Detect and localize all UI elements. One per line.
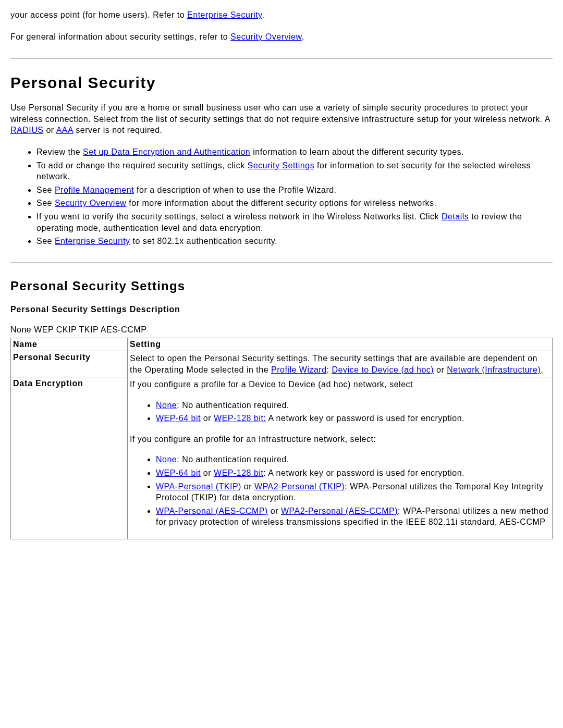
personal-security-list: Review the Set up Data Encryption and Au… bbox=[10, 146, 553, 247]
table-caption: Personal Security Settings Description bbox=[10, 304, 553, 315]
table-subcaption: None WEP CKIP TKIP AES-CCMP bbox=[10, 324, 553, 336]
link-wep-128-2[interactable]: WEP-128 bit bbox=[214, 468, 263, 477]
list-item: Review the Set up Data Encryption and Au… bbox=[36, 146, 553, 158]
list-item: WEP-64 bit or WEP-128 bit: A network key… bbox=[156, 467, 550, 479]
text: A network key or password is used for en… bbox=[266, 414, 464, 423]
link-wep-64[interactable]: WEP-64 bit bbox=[156, 414, 201, 423]
settings-table: Name Setting Personal Security Select to… bbox=[10, 338, 553, 539]
divider bbox=[10, 263, 553, 263]
link-security-overview-2[interactable]: Security Overview bbox=[55, 199, 126, 207]
text: . bbox=[302, 32, 304, 41]
link-enterprise-security[interactable]: Enterprise Security bbox=[187, 10, 262, 19]
cell-name: Personal Security bbox=[11, 351, 128, 377]
cell-setting: If you configure a profile for a Device … bbox=[128, 377, 553, 539]
text: See bbox=[36, 199, 55, 207]
text: or bbox=[201, 414, 214, 423]
list-item: If you want to verify the security setti… bbox=[36, 211, 553, 233]
link-enterprise-security-2[interactable]: Enterprise Security bbox=[55, 237, 130, 245]
list-item: See Profile Management for a description… bbox=[36, 184, 553, 196]
text: : bbox=[327, 365, 332, 374]
divider bbox=[10, 58, 553, 58]
infra-list: None: No authentication required. WEP-64… bbox=[130, 454, 550, 528]
adhoc-list: None: No authentication required. WEP-64… bbox=[130, 400, 550, 424]
list-item: To add or change the required security s… bbox=[36, 160, 553, 182]
link-wpa-tkip[interactable]: WPA-Personal (TKIP) bbox=[156, 482, 241, 491]
text: If you want to verify the security setti… bbox=[36, 212, 442, 221]
text: your access point (for home users). Refe… bbox=[10, 10, 187, 19]
heading-personal-security: Personal Security bbox=[10, 74, 553, 92]
table-row: Data Encryption If you configure a profi… bbox=[11, 377, 553, 539]
link-security-settings[interactable]: Security Settings bbox=[248, 161, 315, 170]
link-wpa-aes[interactable]: WPA-Personal (AES-CCMP) bbox=[156, 507, 268, 515]
text: or bbox=[201, 468, 214, 477]
text: to set 802.1x authentication security. bbox=[130, 237, 277, 245]
text: . bbox=[541, 365, 543, 374]
intro-paragraph-1: your access point (for home users). Refe… bbox=[10, 9, 553, 21]
text: If you configure a profile for a Device … bbox=[130, 379, 550, 390]
list-item: WEP-64 bit or WEP-128 bit: A network key… bbox=[156, 413, 550, 424]
link-radius[interactable]: RADIUS bbox=[10, 126, 43, 134]
text: : A network key or password is used for … bbox=[263, 468, 464, 477]
text: See bbox=[36, 237, 55, 245]
text: Review the bbox=[36, 147, 83, 156]
th-setting: Setting bbox=[128, 338, 553, 351]
cell-name: Data Encryption bbox=[11, 377, 128, 539]
link-network-infrastructure[interactable]: Network (Infrastructure) bbox=[447, 365, 541, 374]
text: For general information about security s… bbox=[10, 32, 230, 41]
table-header-row: Name Setting bbox=[11, 338, 553, 351]
personal-security-paragraph: Use Personal Security if you are a home … bbox=[10, 102, 553, 136]
heading-personal-security-settings: Personal Security Settings bbox=[10, 279, 553, 293]
list-item: See Security Overview for more informati… bbox=[36, 198, 553, 209]
text: If you configure an profile for an Infra… bbox=[130, 434, 550, 445]
link-none-2[interactable]: None bbox=[156, 455, 177, 464]
list-item: None: No authentication required. bbox=[156, 454, 550, 465]
text: : No authentication required. bbox=[177, 455, 289, 464]
th-name: Name bbox=[11, 338, 128, 351]
link-details[interactable]: Details bbox=[442, 212, 469, 221]
link-none[interactable]: None bbox=[156, 401, 177, 410]
text: or bbox=[241, 482, 254, 491]
text: for a description of when to use the Pro… bbox=[134, 186, 336, 194]
text: or bbox=[43, 126, 56, 134]
link-aaa[interactable]: AAA bbox=[56, 126, 74, 134]
link-profile-wizard[interactable]: Profile Wizard bbox=[271, 365, 327, 374]
text: server is not required. bbox=[73, 126, 162, 134]
link-wep-64-2[interactable]: WEP-64 bit bbox=[156, 468, 201, 477]
text: or bbox=[268, 507, 281, 515]
link-profile-management[interactable]: Profile Management bbox=[55, 186, 134, 194]
intro-paragraph-2: For general information about security s… bbox=[10, 31, 553, 43]
link-wpa2-tkip[interactable]: WPA2-Personal (TKIP) bbox=[254, 482, 345, 491]
link-wpa2-aes[interactable]: WPA2-Personal (AES-CCMP) bbox=[281, 507, 398, 515]
text: or bbox=[434, 365, 447, 374]
list-item: See Enterprise Security to set 802.1x au… bbox=[36, 236, 553, 247]
list-item: None: No authentication required. bbox=[156, 400, 550, 411]
text: Use Personal Security if you are a home … bbox=[10, 103, 550, 124]
text: See bbox=[36, 186, 55, 194]
link-security-overview[interactable]: Security Overview bbox=[230, 32, 302, 41]
text: for more information about the different… bbox=[126, 199, 436, 207]
list-item: WPA-Personal (TKIP) or WPA2-Personal (TK… bbox=[156, 481, 550, 503]
table-row: Personal Security Select to open the Per… bbox=[11, 351, 553, 377]
link-device-to-device[interactable]: Device to Device (ad hoc) bbox=[332, 365, 434, 374]
text: . bbox=[262, 10, 265, 19]
list-item: WPA-Personal (AES-CCMP) or WPA2-Personal… bbox=[156, 505, 550, 528]
cell-setting: Select to open the Personal Security set… bbox=[128, 351, 553, 377]
link-setup-encryption[interactable]: Set up Data Encryption and Authenticatio… bbox=[83, 147, 250, 156]
text: To add or change the required security s… bbox=[36, 161, 248, 170]
text: information to learn about the different… bbox=[250, 147, 464, 156]
text: : No authentication required. bbox=[177, 401, 289, 410]
link-wep-128[interactable]: WEP-128 bit: bbox=[214, 414, 266, 423]
